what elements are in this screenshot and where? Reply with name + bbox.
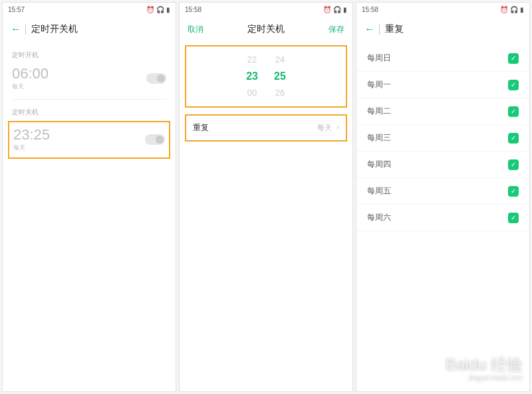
back-icon[interactable]: ← (364, 23, 375, 35)
divider (25, 24, 26, 35)
screen-1: 15:57 ⏰ 🎧 ▮ ← 定时开关机 定时开机 06:00 每天 定时关机 2… (2, 2, 176, 392)
page-title: 重复 (385, 23, 404, 35)
day-label: 每周三 (367, 132, 391, 144)
check-icon[interactable]: ✓ (508, 159, 519, 170)
repeat-label: 重复 (193, 122, 209, 134)
alarm-icon: ⏰ (146, 6, 154, 13)
navbar: ← 定时开关机 (3, 16, 176, 43)
power-off-sub: 每天 (13, 144, 50, 152)
status-bar: 15:58 ⏰ 🎧 ▮ (356, 3, 529, 16)
minute-next: 26 (274, 86, 286, 100)
divider (379, 24, 380, 35)
battery-icon: ▮ (166, 6, 170, 13)
navbar: 取消 定时关机 保存 (180, 16, 352, 43)
section-label-on: 定时开机 (3, 43, 176, 62)
repeat-row[interactable]: 重复 每天 › (185, 114, 347, 142)
alarm-icon: ⏰ (323, 6, 331, 13)
battery-icon: ▮ (343, 6, 347, 13)
day-label: 每周二 (367, 106, 391, 117)
status-bar: 15:57 ⏰ 🎧 ▮ (3, 3, 176, 16)
page-title: 定时关机 (180, 23, 352, 35)
hour-selected: 23 (246, 67, 258, 86)
screen-2: 15:58 ⏰ 🎧 ▮ 取消 定时关机 保存 22 23 00 24 25 26… (179, 2, 353, 392)
day-row[interactable]: 每周四✓ (356, 151, 529, 178)
check-icon[interactable]: ✓ (508, 53, 519, 64)
section-label-off: 定时关机 (3, 100, 176, 120)
day-row[interactable]: 每周一✓ (356, 72, 529, 98)
power-off-row[interactable]: 23:25 每天 (13, 124, 165, 152)
day-checklist: 每周日✓每周一✓每周二✓每周三✓每周四✓每周五✓每周六✓ (356, 43, 529, 234)
headphone-icon: 🎧 (333, 6, 341, 13)
hour-next: 00 (246, 86, 258, 100)
hour-prev: 22 (246, 52, 258, 67)
battery-icon: ▮ (520, 6, 524, 13)
day-label: 每周日 (367, 52, 391, 64)
power-off-time-block: 23:25 每天 (13, 126, 50, 152)
power-off-highlight: 23:25 每天 (8, 121, 170, 159)
status-icons: ⏰ 🎧 ▮ (500, 6, 524, 13)
back-icon[interactable]: ← (11, 23, 21, 35)
check-icon[interactable]: ✓ (508, 133, 519, 144)
day-label: 每周六 (367, 212, 391, 223)
day-row[interactable]: 每周五✓ (356, 178, 529, 205)
time-picker[interactable]: 22 23 00 24 25 26 (185, 45, 347, 108)
chevron-right-icon: › (336, 123, 339, 132)
day-label: 每周一 (367, 79, 391, 90)
navbar: ← 重复 (356, 16, 529, 43)
power-off-time: 23:25 (13, 126, 50, 144)
repeat-value-wrap: 每天 › (317, 123, 339, 133)
hour-column[interactable]: 22 23 00 (246, 52, 258, 100)
save-button[interactable]: 保存 (329, 24, 344, 35)
power-on-row[interactable]: 06:00 每天 (3, 62, 176, 99)
headphone-icon: 🎧 (156, 6, 164, 13)
screen-3: 15:58 ⏰ 🎧 ▮ ← 重复 每周日✓每周一✓每周二✓每周三✓每周四✓每周五… (356, 2, 530, 392)
status-time: 15:58 (185, 6, 201, 13)
power-on-time: 06:00 (12, 65, 49, 82)
power-off-toggle[interactable] (145, 134, 165, 145)
status-time: 15:58 (362, 6, 378, 13)
day-row[interactable]: 每周日✓ (356, 45, 529, 72)
status-icons: ⏰ 🎧 ▮ (323, 6, 347, 13)
check-icon[interactable]: ✓ (508, 106, 519, 117)
minute-column[interactable]: 24 25 26 (274, 52, 286, 100)
day-row[interactable]: 每周二✓ (356, 98, 529, 125)
day-label: 每周五 (367, 185, 391, 197)
check-icon[interactable]: ✓ (508, 213, 519, 223)
status-bar: 15:58 ⏰ 🎧 ▮ (180, 3, 352, 16)
check-icon[interactable]: ✓ (508, 80, 519, 90)
status-icons: ⏰ 🎧 ▮ (146, 6, 170, 13)
alarm-icon: ⏰ (500, 6, 508, 13)
day-row[interactable]: 每周三✓ (356, 125, 529, 151)
check-icon[interactable]: ✓ (508, 186, 519, 197)
power-on-toggle[interactable] (146, 73, 166, 84)
minute-selected: 25 (274, 67, 286, 86)
day-row[interactable]: 每周六✓ (356, 205, 529, 231)
power-on-sub: 每天 (12, 82, 49, 91)
status-time: 15:57 (8, 6, 25, 13)
page-title: 定时开关机 (31, 23, 78, 35)
power-on-time-block: 06:00 每天 (12, 65, 49, 91)
day-label: 每周四 (367, 159, 391, 170)
repeat-value: 每天 (317, 124, 332, 132)
headphone-icon: 🎧 (510, 6, 518, 13)
minute-prev: 24 (274, 52, 286, 67)
